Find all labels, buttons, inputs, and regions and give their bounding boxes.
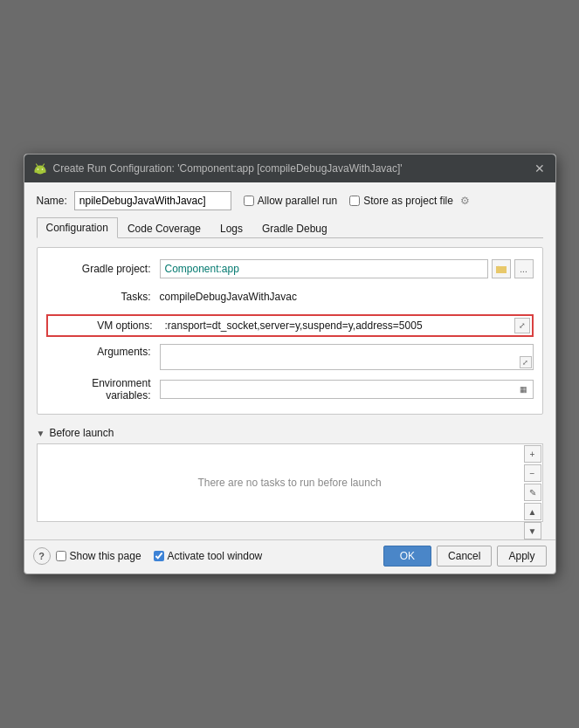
cancel-button[interactable]: Cancel [437,546,492,567]
before-launch-header: ▼ Before launch [37,427,543,439]
config-panel: Gradle project: ... Tasks: [37,247,543,415]
gradle-folder-btn[interactable] [492,259,511,278]
activate-tool-checkbox[interactable] [154,551,164,561]
before-launch-edit-btn[interactable]: ✎ [524,484,541,501]
svg-point-3 [41,168,43,170]
show-page-label: Show this page [56,550,141,562]
before-launch-box: There are no tasks to run before launch … [37,443,543,522]
tab-configuration[interactable]: Configuration [37,217,118,238]
before-launch-down-btn[interactable]: ▼ [524,522,541,539]
run-config-dialog: Create Run Configuration: 'Component:app… [24,154,556,574]
apply-button[interactable]: Apply [497,546,546,567]
android-icon [33,161,47,175]
bottom-row: ? Show this page Activate tool window OK… [24,539,555,573]
before-launch-add-btn[interactable]: + [524,445,541,463]
activate-tool-label: Activate tool window [154,550,263,562]
dialog-body: Name: Allow parallel run Store as projec… [24,182,555,539]
before-launch-arrow[interactable]: ▼ [37,429,45,438]
svg-rect-6 [34,169,36,173]
tasks-row: Tasks: compileDebugJavaWithJavac [46,286,534,307]
before-launch-section: ▼ Before launch There are no tasks to ru… [37,427,543,522]
close-button[interactable]: ✕ [533,162,547,175]
arguments-label: Arguments: [46,344,160,358]
tasks-label: Tasks: [46,291,160,303]
gradle-project-row: Gradle project: ... [46,258,534,279]
env-variables-row: Environment variables: ▦ [46,377,534,402]
vm-options-row: VM options: ⤢ [46,314,534,337]
ok-button[interactable]: OK [383,546,431,567]
dialog-title: Create Run Configuration: 'Component:app… [53,162,533,175]
arguments-row: Arguments: ⤢ [46,344,534,370]
tasks-value: compileDebugJavaWithJavac [160,291,297,303]
env-variables-label: Environment variables: [46,377,160,402]
name-row: Name: Allow parallel run Store as projec… [37,191,543,210]
gradle-more-btn[interactable]: ... [514,259,534,278]
gradle-project-label: Gradle project: [46,263,160,275]
before-launch-remove-btn[interactable]: − [524,464,541,482]
tab-logs[interactable]: Logs [210,217,252,238]
before-launch-side-buttons: + − ✎ ▲ ▼ [522,443,543,541]
env-variables-input-wrap: ▦ [160,380,534,399]
name-label: Name: [37,195,67,207]
name-input[interactable] [74,191,231,210]
title-bar: Create Run Configuration: 'Component:app… [24,155,555,182]
env-variables-input[interactable] [161,381,514,398]
svg-line-4 [36,164,38,166]
allow-parallel-checkbox[interactable] [244,196,254,206]
tab-gradle-debug[interactable]: Gradle Debug [252,217,337,238]
gear-icon[interactable]: ⚙ [460,195,470,207]
show-page-checkbox[interactable] [56,551,66,561]
store-as-project-checkbox[interactable] [349,196,360,206]
arguments-input[interactable] [161,345,517,369]
bottom-checkboxes: Show this page Activate tool window [56,550,378,562]
help-button[interactable]: ? [33,547,51,565]
before-launch-empty-message: There are no tasks to run before launch [197,477,381,489]
gradle-project-input-row: ... [160,259,534,278]
svg-rect-7 [45,169,46,173]
vm-options-label: VM options: [48,319,162,332]
tabs: Configuration Code Coverage Logs Gradle … [37,217,543,238]
svg-rect-1 [36,168,45,173]
store-as-project-label: Store as project file [349,195,453,207]
tab-code-coverage[interactable]: Code Coverage [118,217,210,238]
svg-point-2 [37,168,38,170]
svg-line-5 [43,164,45,166]
gradle-project-input[interactable] [160,259,488,278]
before-launch-up-btn[interactable]: ▲ [524,503,541,520]
bottom-actions: OK Cancel Apply [383,546,547,567]
vm-expand-btn[interactable]: ⤢ [514,318,530,333]
before-launch-title: Before launch [49,427,114,439]
arguments-input-wrap: ⤢ [160,344,534,370]
env-grid-btn[interactable]: ▦ [516,381,532,397]
vm-options-input[interactable] [162,318,514,333]
allow-parallel-label: Allow parallel run [244,195,337,207]
arguments-expand-btn[interactable]: ⤢ [520,356,532,368]
